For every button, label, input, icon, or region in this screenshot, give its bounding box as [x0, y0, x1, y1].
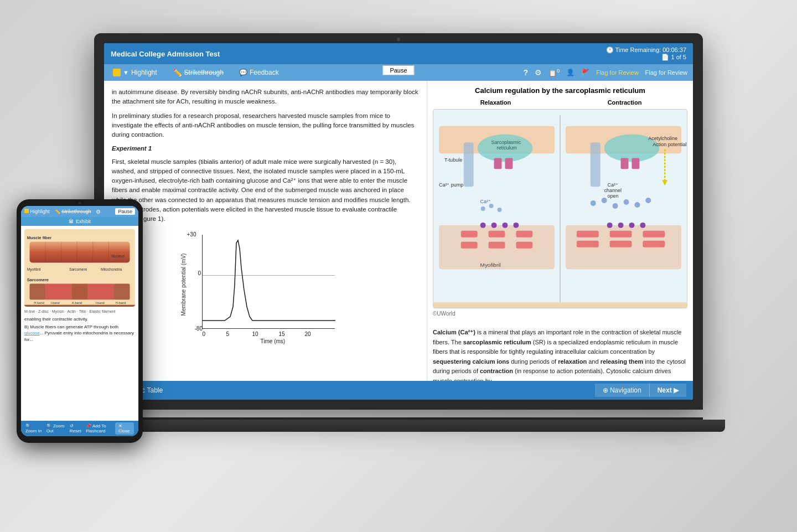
copyright-label: ©UWorld: [433, 311, 687, 317]
svg-text:I-band: I-band: [96, 301, 105, 304]
add-flashcard-btn[interactable]: 📌 Add To Flashcard: [86, 423, 115, 433]
svg-point-37: [613, 203, 618, 209]
svg-text:H-band: H-band: [34, 301, 44, 304]
phone-exhibit-bar[interactable]: 🏛 Exhibit: [21, 217, 138, 226]
left-panel: in autoimmune disease. By reversibly bin…: [104, 81, 427, 396]
header-right: 🕐 Time Remaining: 00:06:37 📄 1 of 5: [606, 47, 686, 61]
svg-text:channel: channel: [604, 188, 622, 193]
svg-point-52: [607, 223, 613, 228]
camera-dot: [397, 38, 400, 41]
svg-rect-74: [114, 284, 130, 300]
contraction-label: Contraction: [562, 99, 687, 106]
x-label-20: 20: [305, 330, 311, 338]
svg-text:A-band: A-band: [72, 301, 82, 304]
toolbar: ▼ Highlight ✏️ Strikethrough 💬 Feedback …: [104, 64, 693, 81]
diagram-section: Calcium regulation by the sarcoplasmic r…: [427, 81, 693, 322]
diagram-labels-row: Relaxation Contraction: [433, 99, 687, 106]
time-remaining: 🕐 Time Remaining: 00:06:37: [606, 47, 686, 54]
navigation-button[interactable]: ⊕ Navigation: [595, 384, 650, 397]
svg-text:Sarcomere: Sarcomere: [69, 267, 87, 271]
svg-point-40: [645, 198, 651, 203]
page-icon: 📄: [661, 54, 671, 60]
svg-text:Sarcomere: Sarcomere: [27, 277, 49, 282]
calculator-button[interactable]: 👤: [566, 69, 575, 76]
svg-rect-47: [643, 241, 665, 247]
svg-rect-25: [591, 143, 601, 187]
svg-rect-58: [30, 241, 130, 262]
phone-content: Muscle fiber: [21, 226, 138, 401]
graph: Membrane potential (mV) +30 0 -80: [185, 229, 346, 340]
svg-rect-43: [610, 231, 632, 237]
svg-text:Myofibril: Myofibril: [27, 267, 41, 272]
svg-text:T-tubule: T-tubule: [444, 157, 462, 163]
phone-passage-text: enabling their contractile activity.: [24, 316, 135, 322]
scene: Medical College Admission Test 🕐 Time Re…: [0, 0, 797, 532]
app-title: Medical College Admission Test: [111, 50, 220, 58]
calcium-diagram: Sarcoplasmic reticulum T-tubule: [433, 109, 687, 308]
y-label-30: +30: [187, 230, 196, 239]
next-button[interactable]: Next ▶: [650, 384, 686, 397]
strikethrough-button[interactable]: ✏️ Strikethrough: [169, 67, 227, 78]
passage-p2: In preliminary studies for a research pr…: [112, 111, 419, 140]
strikethrough-icon: ✏️: [173, 68, 182, 77]
image-labels: M-line · Z-disc · Myosin · Actin · Titin…: [24, 309, 135, 314]
svg-point-49: [491, 223, 497, 228]
svg-text:Ca²⁺ pump: Ca²⁺ pump: [439, 182, 463, 188]
svg-rect-18: [516, 231, 532, 237]
progress-indicator: 📄 1 of 5: [606, 54, 686, 61]
svg-rect-16: [461, 231, 478, 237]
phone: Highlight ✏️ Strikethrough ⚙ Pause 🏛 Exh…: [17, 199, 143, 443]
flag-label: Flag for Review: [645, 69, 687, 76]
svg-point-14: [497, 208, 501, 212]
phone-highlight-btn[interactable]: Highlight: [24, 209, 50, 214]
phone-bottom-bar: 🔍 Zoom In 🔍 Zoom Out ↺ Reset 📌 Add To Fl…: [21, 421, 138, 436]
svg-text:Sarcoplasmic: Sarcoplasmic: [491, 140, 521, 145]
screen-header: Medical College Admission Test 🕐 Time Re…: [104, 43, 693, 64]
phone-strikethrough-btn[interactable]: ✏️ Strikethrough: [54, 209, 91, 214]
svg-rect-20: [489, 242, 505, 249]
svg-rect-72: [72, 284, 88, 300]
svg-text:H-band: H-band: [116, 301, 126, 304]
highlight-icon: [113, 69, 121, 76]
action-potential-svg: [203, 235, 335, 329]
passage-p1: in autoimmune disease. By reversibly bin…: [112, 87, 419, 107]
svg-rect-5: [464, 143, 474, 187]
svg-text:reticulum: reticulum: [497, 145, 517, 151]
diagram-title: Calcium regulation by the sarcoplasmic r…: [433, 86, 687, 95]
laptop-body: Medical College Admission Test 🕐 Time Re…: [94, 33, 703, 410]
phone-settings-btn[interactable]: ⚙: [96, 209, 101, 215]
x-label-10: 10: [252, 330, 258, 338]
passage-p3: First, skeletal muscle samples (tibialis…: [112, 157, 419, 224]
help-button[interactable]: ?: [524, 68, 529, 77]
zoom-in-btn[interactable]: 🔍 Zoom In: [25, 423, 42, 433]
settings-button[interactable]: ⚙: [535, 68, 542, 77]
svg-rect-73: [87, 284, 114, 300]
phone-pause-btn[interactable]: Pause: [115, 208, 135, 215]
clock-icon: 🕐: [606, 47, 615, 53]
phone-close-btn[interactable]: ✕ Close: [115, 422, 134, 435]
zoom-out-btn[interactable]: 🔍 Zoom Out: [46, 423, 65, 433]
svg-point-36: [602, 198, 607, 203]
svg-rect-17: [489, 231, 505, 237]
muscle-fiber-image: Muscle fiber: [24, 229, 135, 307]
svg-point-35: [591, 200, 596, 206]
relaxation-label: Relaxation: [433, 99, 558, 106]
notes-button[interactable]: 📋0: [548, 68, 560, 77]
right-panel: Calcium regulation by the sarcoplasmic r…: [427, 81, 693, 396]
feedback-button[interactable]: 💬 Feedback: [236, 68, 282, 78]
reset-btn[interactable]: ↺ Reset: [70, 423, 81, 433]
phone-camera: [79, 202, 81, 204]
phone-bottom-icons: 🔍 Zoom In 🔍 Zoom Out ↺ Reset 📌 Add To Fl…: [25, 423, 115, 433]
graph-box: +30 0 -80: [202, 235, 335, 329]
svg-text:Mitochondria: Mitochondria: [101, 267, 122, 271]
svg-rect-19: [461, 242, 478, 249]
flag-button[interactable]: 🚩: [581, 69, 589, 76]
svg-point-13: [489, 204, 494, 208]
description-text: Calcium (Ca²⁺) is a mineral that plays a…: [433, 329, 686, 384]
highlight-button[interactable]: ▼ Highlight: [110, 68, 161, 78]
svg-rect-44: [643, 231, 665, 237]
nav-next-area: ⊕ Navigation Next ▶: [595, 384, 686, 397]
svg-rect-42: [577, 231, 599, 237]
x-label-5: 5: [226, 330, 230, 338]
pause-button[interactable]: Pause: [382, 65, 414, 75]
